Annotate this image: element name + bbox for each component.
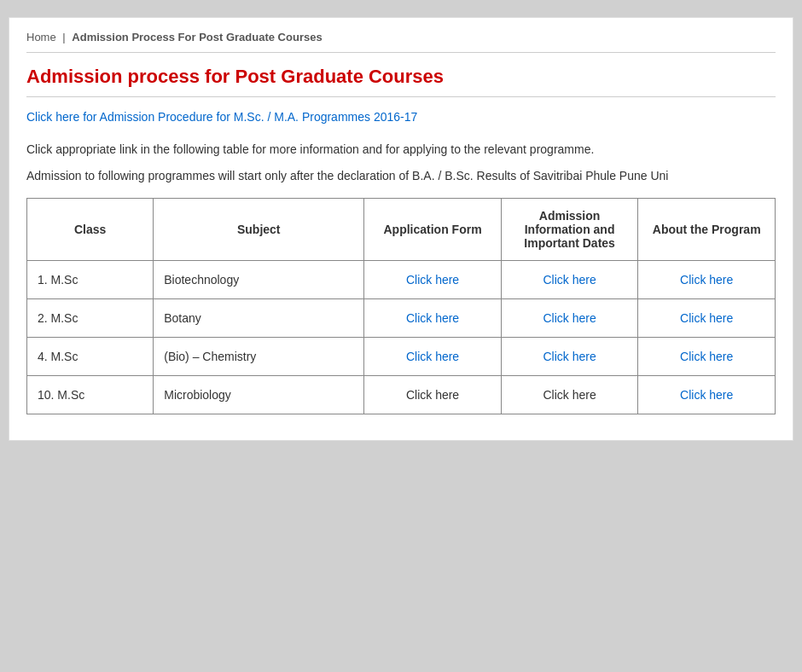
cell-application-form-2: Click here [364,338,502,376]
cell-about-program-3: Click here [638,376,776,414]
header-admission-info: Admission Information and Important Date… [501,199,638,261]
cell-subject-2: (Bio) – Chemistry [154,338,364,376]
cell-application-form-3: Click here [364,376,502,414]
cell-class-0: 1. M.Sc [27,261,154,299]
application-form-link-3: Click here [406,388,459,402]
cell-class-1: 2. M.Sc [27,299,154,338]
cell-about-program-1: Click here [638,299,776,338]
cell-admission-info-1: Click here [501,299,638,338]
about-program-link-1[interactable]: Click here [680,311,733,325]
cell-subject-0: Biotechnology [154,261,364,299]
table-header-row: Class Subject Application Form Admission… [27,199,776,261]
breadcrumb: Home | Admission Process For Post Gradua… [26,31,776,53]
cell-class-2: 4. M.Sc [27,338,154,376]
breadcrumb-home[interactable]: Home [26,31,56,43]
page-wrapper: Home | Admission Process For Post Gradua… [9,17,793,441]
breadcrumb-separator: | [62,31,65,43]
cell-admission-info-0: Click here [501,261,638,299]
page-title: Admission process for Post Graduate Cour… [26,66,776,97]
cell-about-program-2: Click here [638,338,776,376]
table-row: 2. M.ScBotanyClick hereClick hereClick h… [27,299,776,338]
admission-info-link-3: Click here [543,388,596,402]
admission-info-link-2[interactable]: Click here [543,350,596,363]
admission-info-link-0[interactable]: Click here [543,273,596,287]
application-form-link-0[interactable]: Click here [406,273,459,287]
about-program-link-3[interactable]: Click here [680,388,733,402]
info-text-2: Admission to following programmes will s… [26,167,776,185]
admission-procedure-link[interactable]: Click here for Admission Procedure for M… [26,110,776,124]
cell-application-form-1: Click here [364,299,502,338]
table-row: 1. M.ScBiotechnologyClick hereClick here… [27,261,776,299]
breadcrumb-current: Admission Process For Post Graduate Cour… [72,31,322,43]
about-program-link-2[interactable]: Click here [680,350,733,363]
cell-subject-3: Microbiology [154,376,364,414]
table-row: 4. M.Sc(Bio) – ChemistryClick hereClick … [27,338,776,376]
header-about-program: About the Program [638,199,776,261]
header-application-form: Application Form [364,199,502,261]
cell-admission-info-3: Click here [501,376,638,414]
about-program-link-0[interactable]: Click here [680,273,733,287]
application-form-link-1[interactable]: Click here [406,311,459,325]
header-subject: Subject [154,199,364,261]
cell-class-3: 10. M.Sc [27,376,154,414]
cell-admission-info-2: Click here [501,338,638,376]
admission-info-link-1[interactable]: Click here [543,311,596,325]
cell-application-form-0: Click here [364,261,502,299]
header-class: Class [27,199,154,261]
cell-subject-1: Botany [154,299,364,338]
info-text-1: Click appropriate link in the following … [26,141,776,159]
application-form-link-2[interactable]: Click here [406,350,459,363]
admission-table: Class Subject Application Form Admission… [26,198,776,414]
table-row: 10. M.ScMicrobiologyClick hereClick here… [27,376,776,414]
cell-about-program-0: Click here [638,261,776,299]
